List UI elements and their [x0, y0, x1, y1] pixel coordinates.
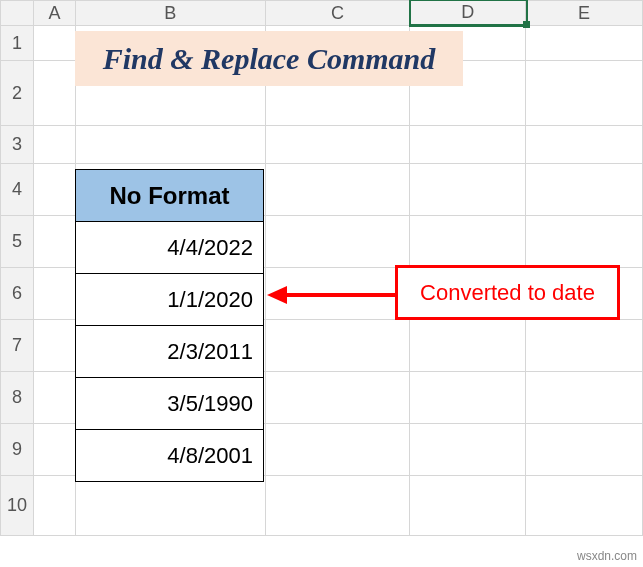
cell[interactable]: [75, 126, 265, 164]
cell[interactable]: [33, 126, 75, 164]
select-all-corner[interactable]: [1, 1, 34, 26]
table-row[interactable]: 4/8/2001: [76, 430, 264, 482]
title-text: Find & Replace Command: [103, 42, 436, 76]
cell[interactable]: [410, 476, 526, 536]
row-header-10[interactable]: 10: [1, 476, 34, 536]
cell[interactable]: [33, 26, 75, 61]
cell[interactable]: [33, 268, 75, 320]
cell[interactable]: [410, 320, 526, 372]
cell[interactable]: [410, 126, 526, 164]
annotation-box: Converted to date: [395, 265, 620, 320]
cell[interactable]: [265, 476, 410, 536]
cell[interactable]: [526, 320, 643, 372]
cell[interactable]: [33, 424, 75, 476]
annotation-text: Converted to date: [420, 280, 595, 306]
table-row[interactable]: 2/3/2011: [76, 326, 264, 378]
cell[interactable]: [410, 216, 526, 268]
table-row[interactable]: 1/1/2020: [76, 274, 264, 326]
data-table: No Format 4/4/2022 1/1/2020 2/3/2011 3/5…: [75, 169, 264, 482]
col-header-A[interactable]: A: [33, 1, 75, 26]
cell[interactable]: [526, 164, 643, 216]
cell[interactable]: [265, 320, 410, 372]
cell[interactable]: [33, 320, 75, 372]
row-header-7[interactable]: 7: [1, 320, 34, 372]
cell[interactable]: [75, 476, 265, 536]
row-header-2[interactable]: 2: [1, 61, 34, 126]
col-header-C[interactable]: C: [265, 1, 410, 26]
row-header-9[interactable]: 9: [1, 424, 34, 476]
title-banner: Find & Replace Command: [75, 31, 463, 86]
cell[interactable]: [526, 61, 643, 126]
cell[interactable]: [33, 61, 75, 126]
cell[interactable]: [526, 26, 643, 61]
watermark: wsxdn.com: [577, 549, 637, 563]
table-row[interactable]: 3/5/1990: [76, 378, 264, 430]
row-header-1[interactable]: 1: [1, 26, 34, 61]
row-header-5[interactable]: 5: [1, 216, 34, 268]
cell[interactable]: [410, 372, 526, 424]
cell[interactable]: [526, 216, 643, 268]
arrow-icon: [265, 280, 400, 310]
row-header-6[interactable]: 6: [1, 268, 34, 320]
cell[interactable]: [526, 424, 643, 476]
table-row[interactable]: 4/4/2022: [76, 222, 264, 274]
cell[interactable]: [526, 476, 643, 536]
cell[interactable]: [265, 372, 410, 424]
cell[interactable]: [265, 424, 410, 476]
cell[interactable]: [526, 372, 643, 424]
cell[interactable]: [265, 216, 410, 268]
cell[interactable]: [33, 372, 75, 424]
row-header-3[interactable]: 3: [1, 126, 34, 164]
row-header-8[interactable]: 8: [1, 372, 34, 424]
col-header-B[interactable]: B: [75, 1, 265, 26]
cell[interactable]: [33, 216, 75, 268]
table-header[interactable]: No Format: [76, 170, 264, 222]
cell[interactable]: [33, 164, 75, 216]
cell[interactable]: [410, 424, 526, 476]
svg-marker-1: [267, 286, 287, 304]
col-header-D[interactable]: D: [410, 1, 526, 26]
cell[interactable]: [33, 476, 75, 536]
row-header-4[interactable]: 4: [1, 164, 34, 216]
col-header-E[interactable]: E: [526, 1, 643, 26]
cell[interactable]: [265, 164, 410, 216]
cell[interactable]: [410, 164, 526, 216]
cell[interactable]: [526, 126, 643, 164]
cell[interactable]: [265, 126, 410, 164]
